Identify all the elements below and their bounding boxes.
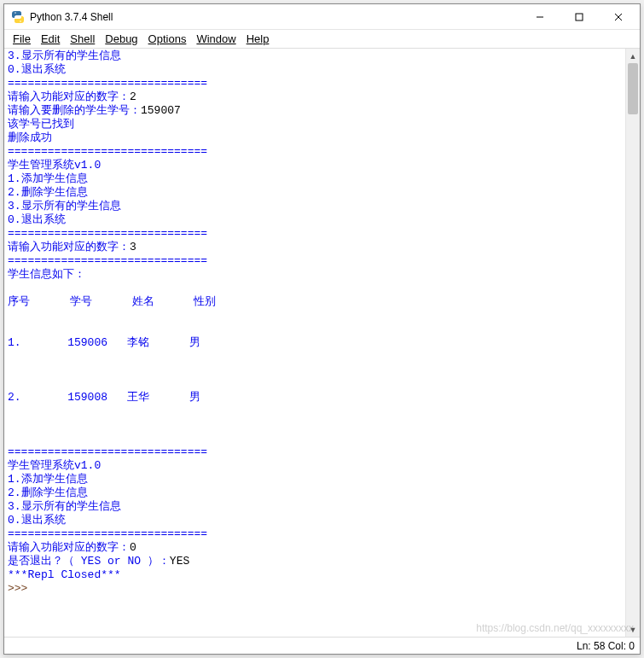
menu-shell[interactable]: Shell xyxy=(67,32,98,45)
output-line: 学生管理系统v1.0 xyxy=(8,459,101,472)
separator-line: ============================== xyxy=(8,445,207,458)
user-input: 0 xyxy=(130,541,136,554)
prompt-text: 请输入功能对应的数字： xyxy=(8,241,130,253)
output-line: 2.删除学生信息 xyxy=(8,486,88,499)
menu-options[interactable]: Options xyxy=(145,32,190,45)
output-line: 该学号已找到 xyxy=(8,118,74,131)
menu-edit[interactable]: Edit xyxy=(38,32,63,45)
scroll-up-button[interactable]: ▲ xyxy=(626,49,640,63)
output-line: 0.退出系统 xyxy=(8,514,66,527)
output-line: 学生管理系统v1.0 xyxy=(8,159,101,172)
statusbar: Ln: 58 Col: 0 xyxy=(4,637,640,654)
titlebar[interactable]: Python 3.7.4 Shell xyxy=(4,4,640,30)
output-line: 3.显示所有的学生信息 xyxy=(8,200,121,213)
scroll-track[interactable] xyxy=(626,63,640,622)
svg-point-0 xyxy=(15,12,16,14)
output-line: 2.删除学生信息 xyxy=(8,186,88,199)
output-line: 3.显示所有的学生信息 xyxy=(8,49,121,62)
table-row: 1. 159006 李铭 男 xyxy=(8,336,200,349)
output-line: 0.退出系统 xyxy=(8,63,66,76)
table-header: 序号 学号 姓名 性别 xyxy=(8,295,216,308)
maximize-button[interactable] xyxy=(560,4,599,30)
user-input: 2 xyxy=(130,90,136,103)
close-button[interactable] xyxy=(599,4,638,30)
prompt-text: 是否退出？（ YES or NO ）： xyxy=(8,555,170,568)
prompt-text: 请输入要删除的学生学号： xyxy=(8,104,141,117)
shell-output[interactable]: 3.显示所有的学生信息 0.退出系统 =====================… xyxy=(4,49,625,637)
separator-line: ============================== xyxy=(8,145,207,158)
output-line: 1.添加学生信息 xyxy=(8,473,88,486)
user-input: 159007 xyxy=(141,104,181,117)
svg-point-1 xyxy=(20,20,21,22)
output-line: 删除成功 xyxy=(8,131,52,144)
scroll-down-button[interactable]: ▼ xyxy=(626,622,640,637)
separator-line: ============================== xyxy=(8,254,207,267)
output-line: 学生信息如下： xyxy=(8,268,85,281)
separator-line: ============================== xyxy=(8,527,207,540)
output-line: 3.显示所有的学生信息 xyxy=(8,500,121,513)
python-prompt: >>> xyxy=(8,582,34,595)
svg-rect-3 xyxy=(576,14,583,20)
output-line: 1.添加学生信息 xyxy=(8,172,88,185)
menu-debug[interactable]: Debug xyxy=(102,32,141,45)
vertical-scrollbar[interactable]: ▲ ▼ xyxy=(625,49,640,637)
menu-file[interactable]: File xyxy=(9,32,34,45)
scroll-thumb[interactable] xyxy=(628,63,638,114)
user-input: YES xyxy=(170,555,189,568)
table-row: 2. 159008 王华 男 xyxy=(8,391,200,404)
output-line: ***Repl Closed*** xyxy=(8,568,121,581)
menubar: File Edit Shell Debug Options Window Hel… xyxy=(4,30,640,49)
window-title: Python 3.7.4 Shell xyxy=(30,11,113,23)
cursor-position: Ln: 58 Col: 0 xyxy=(577,640,635,652)
content-area: 3.显示所有的学生信息 0.退出系统 =====================… xyxy=(4,49,640,637)
prompt-text: 请输入功能对应的数字： xyxy=(8,541,130,554)
prompt-text: 请输入功能对应的数字： xyxy=(8,90,130,103)
output-line: 0.退出系统 xyxy=(8,213,66,226)
python-icon xyxy=(11,10,25,24)
window-frame: Python 3.7.4 Shell File Edit Shell Debug… xyxy=(3,3,641,655)
user-input: 3 xyxy=(130,241,136,253)
menu-help[interactable]: Help xyxy=(243,32,273,45)
minimize-button[interactable] xyxy=(520,4,560,30)
separator-line: ============================== xyxy=(8,227,207,240)
menu-window[interactable]: Window xyxy=(193,32,239,45)
separator-line: ============================== xyxy=(8,77,207,90)
